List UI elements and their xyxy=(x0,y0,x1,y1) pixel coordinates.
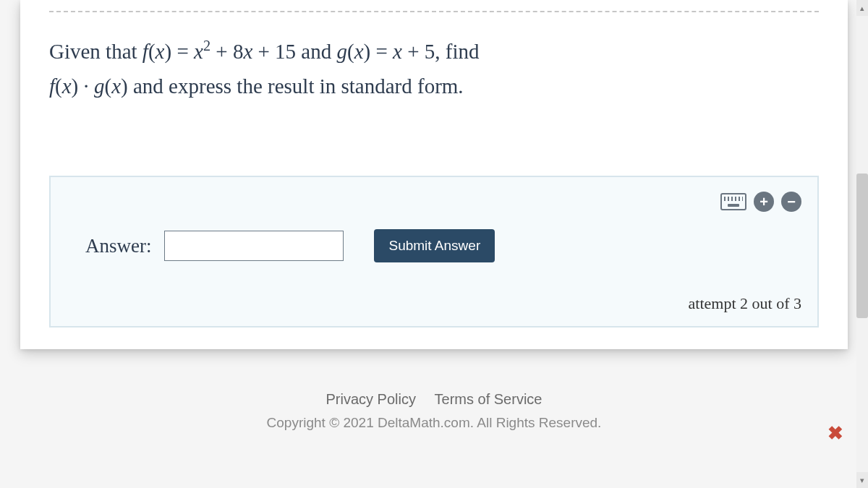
answer-input[interactable] xyxy=(164,231,344,261)
close-icon[interactable]: ✖ xyxy=(827,422,843,445)
answer-row: Answer: Submit Answer xyxy=(67,229,801,270)
answer-label: Answer: xyxy=(85,235,151,257)
submit-button[interactable]: Submit Answer xyxy=(374,229,495,262)
scroll-up-button[interactable]: ▴ xyxy=(856,0,868,16)
zoom-out-button[interactable]: − xyxy=(781,192,801,212)
terms-link[interactable]: Terms of Service xyxy=(435,391,542,407)
answer-tools: + − xyxy=(67,192,801,212)
q-prefix: Given that xyxy=(49,40,142,63)
footer: Privacy Policy Terms of Service Copyrigh… xyxy=(0,391,868,431)
footer-links: Privacy Policy Terms of Service xyxy=(0,391,868,408)
meta-row xyxy=(20,0,848,11)
math-g: g(x) = x + 5 xyxy=(336,40,435,63)
keyboard-icon[interactable] xyxy=(720,193,746,210)
divider xyxy=(49,11,819,12)
attempt-counter: attempt 2 out of 3 xyxy=(67,294,801,313)
math-f: f(x) = x2 + 8x + 15 xyxy=(142,40,296,63)
privacy-link[interactable]: Privacy Policy xyxy=(326,391,416,407)
zoom-in-button[interactable]: + xyxy=(754,192,774,212)
answer-block: + − Answer: Submit Answer attempt 2 out … xyxy=(49,176,819,328)
q-mid1: and xyxy=(296,40,336,63)
math-product: f(x) · g(x) xyxy=(49,74,128,98)
question-text: Given that f(x) = x2 + 8x + 15 and g(x) … xyxy=(20,34,848,103)
copyright-text: Copyright © 2021 DeltaMath.com. All Righ… xyxy=(0,415,868,431)
scroll-down-button[interactable]: ▾ xyxy=(856,472,868,488)
q-suffix: and express the result in standard form. xyxy=(128,74,464,98)
q-mid2: , find xyxy=(435,40,479,63)
scrollbar-thumb[interactable] xyxy=(856,174,868,318)
problem-card: Given that f(x) = x2 + 8x + 15 and g(x) … xyxy=(20,0,848,349)
